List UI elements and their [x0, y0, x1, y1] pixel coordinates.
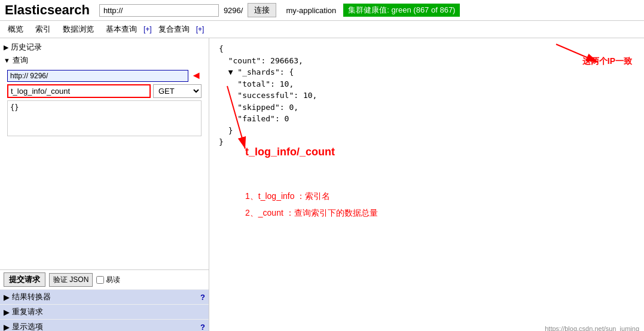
result-converter-row[interactable]: ▶ 结果转换器 ?: [0, 290, 209, 305]
json-line-7: }: [219, 125, 634, 137]
display-options-row[interactable]: ▶ 显示选项 ?: [0, 320, 209, 331]
tab-basic-query-add[interactable]: [+]: [144, 25, 152, 33]
result-converter-label: 结果转换器: [12, 292, 200, 302]
easy-read-checkbox[interactable]: [96, 276, 104, 284]
annotation-line2: 2、_count ：查询索引下的数据总量: [245, 204, 378, 221]
retry-arrow: ▶: [4, 308, 10, 317]
app-logo: Elasticsearch: [5, 2, 90, 18]
health-badge: 集群健康值: green (867 of 867): [343, 4, 460, 17]
query-body[interactable]: {}: [7, 100, 202, 136]
display-options-help[interactable]: ?: [200, 323, 205, 332]
tab-index[interactable]: 索引: [30, 22, 56, 36]
json-output: { "count": 296663, ▼ "_shards": { "total…: [219, 43, 634, 148]
json-line-4: "successful": 10,: [219, 90, 634, 102]
tab-data-browse[interactable]: 数据浏览: [57, 22, 99, 36]
json-line-1: "count": 296663,: [219, 55, 634, 67]
tab-basic-query[interactable]: 基本查询: [100, 22, 142, 36]
retry-row[interactable]: ▶ 重复请求: [0, 305, 209, 320]
annotation-explanation: 1、t_log_info ：索引名 2、_count ：查询索引下的数据总量: [245, 188, 378, 221]
query-arrow-icon: ▼: [4, 57, 10, 64]
annotation-line1: 1、t_log_info ：索引名: [245, 188, 378, 204]
tab-complex-query-add[interactable]: [+]: [196, 25, 205, 33]
json-line-2: ▼ "_shards": {: [219, 66, 634, 78]
query-label: 查询: [13, 55, 28, 66]
submit-button[interactable]: 提交请求: [4, 272, 45, 287]
result-converter-arrow: ▶: [4, 293, 10, 302]
connect-button[interactable]: 连接: [248, 3, 276, 17]
retry-label: 重复请求: [12, 307, 205, 317]
json-line-6: "failed": 0: [219, 113, 634, 125]
display-options-arrow: ▶: [4, 323, 10, 332]
query-section[interactable]: ▼ 查询: [4, 54, 205, 67]
tab-overview[interactable]: 概览: [2, 22, 29, 36]
validate-button[interactable]: 验证 JSON: [49, 273, 93, 287]
annotation-endpoint: t_log_info/_count: [245, 146, 335, 158]
json-line-3: "total": 10,: [219, 78, 634, 90]
endpoint-input[interactable]: [7, 84, 151, 98]
url-input[interactable]: [99, 4, 219, 17]
url-port: 9296/: [224, 6, 243, 15]
url-arrow-indicator: ◄: [191, 69, 202, 82]
history-arrow-icon: ▶: [4, 44, 8, 51]
result-converter-help[interactable]: ?: [200, 293, 205, 302]
easy-read-label[interactable]: 易读: [96, 275, 120, 285]
json-line-0: {: [219, 43, 634, 55]
history-label: 历史记录: [11, 42, 42, 53]
tab-complex-query[interactable]: 复合查询: [153, 22, 195, 36]
json-line-5: "skipped": 0,: [219, 102, 634, 114]
method-select[interactable]: GET POST PUT DELETE: [153, 84, 202, 98]
history-section[interactable]: ▶ 历史记录: [4, 41, 205, 54]
display-options-label: 显示选项: [12, 321, 200, 331]
action-row: 提交请求 验证 JSON 易读: [0, 270, 209, 290]
app-name: my-application: [286, 6, 336, 15]
query-url-display: http:// 9296/: [7, 70, 188, 82]
source-link: https://blog.csdn.net/sun_juming: [545, 325, 639, 331]
annotation-ip: 这两个IP一致: [582, 56, 632, 67]
